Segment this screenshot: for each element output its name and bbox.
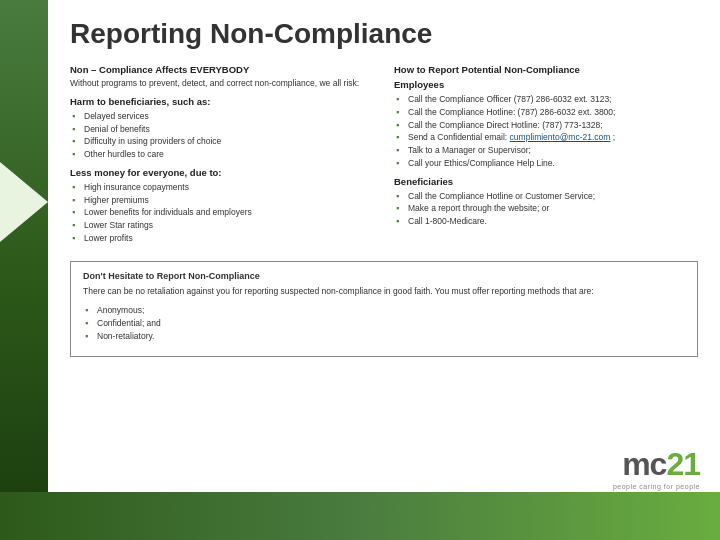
left-decorative-bar bbox=[0, 0, 48, 540]
list-item: Call the Compliance Hotline or Customer … bbox=[394, 190, 698, 203]
list-item: Call the Compliance Officer (787) 286-60… bbox=[394, 93, 698, 106]
employees-bullets-list: Call the Compliance Officer (787) 286-60… bbox=[394, 93, 698, 170]
right-column: How to Report Potential Non-Compliance E… bbox=[394, 64, 698, 251]
bottom-box-bullets: Anonymous; Confidential; and Non-retalia… bbox=[83, 304, 685, 342]
logo-num-text: 21 bbox=[666, 446, 700, 482]
logo-area: mc21 people caring for people bbox=[613, 446, 700, 490]
list-item: Anonymous; bbox=[83, 304, 685, 317]
list-item: Lower profits bbox=[70, 232, 374, 245]
list-item: Denial of benefits bbox=[70, 123, 374, 136]
less-money-bullets-list: High insurance copayments Higher premium… bbox=[70, 181, 374, 245]
list-item: Call 1-800-Medicare. bbox=[394, 215, 698, 228]
list-item: Call the Compliance Direct Hotline: (787… bbox=[394, 119, 698, 132]
page-title: Reporting Non-Compliance bbox=[70, 18, 698, 50]
list-item: Confidential; and bbox=[83, 317, 685, 330]
list-item: Call your Ethics/Compliance Help Line. bbox=[394, 157, 698, 170]
bottom-box-text: There can be no retaliation against you … bbox=[83, 286, 685, 298]
list-item: Non-retaliatory. bbox=[83, 330, 685, 343]
logo-mc-text: mc bbox=[622, 446, 666, 482]
bottom-decorative-bar bbox=[0, 492, 720, 540]
logo-tagline: people caring for people bbox=[613, 483, 700, 490]
list-item: Difficulty in using providers of choice bbox=[70, 135, 374, 148]
list-item: Call the Compliance Hotline: (787) 286-6… bbox=[394, 106, 698, 119]
noncompliance-affects-heading: Non – Compliance Affects EVERYBODY bbox=[70, 64, 374, 75]
list-item: Send a Confidential email: cumplimiento@… bbox=[394, 131, 698, 144]
beneficiaries-heading: Beneficiaries bbox=[394, 176, 698, 187]
harm-heading: Harm to beneficiaries, such as: bbox=[70, 96, 374, 107]
mc21-logo: mc21 bbox=[613, 446, 700, 483]
list-item: Higher premiums bbox=[70, 194, 374, 207]
content-grid: Non – Compliance Affects EVERYBODY Witho… bbox=[70, 64, 698, 251]
bottom-box-heading: Don't Hesitate to Report Non-Compliance bbox=[83, 270, 685, 284]
list-item: Make a report through the website; or bbox=[394, 202, 698, 215]
bottom-notice-box: Don't Hesitate to Report Non-Compliance … bbox=[70, 261, 698, 358]
list-item: Lower Star ratings bbox=[70, 219, 374, 232]
left-column: Non – Compliance Affects EVERYBODY Witho… bbox=[70, 64, 374, 251]
how-to-report-heading: How to Report Potential Non-Compliance bbox=[394, 64, 698, 75]
main-content: Reporting Non-Compliance Non – Complianc… bbox=[48, 0, 720, 492]
list-item: Other hurdles to care bbox=[70, 148, 374, 161]
employees-heading: Employees bbox=[394, 79, 698, 90]
list-item: Delayed services bbox=[70, 110, 374, 123]
list-item: Lower benefits for individuals and emplo… bbox=[70, 206, 374, 219]
harm-bullets-list: Delayed services Denial of benefits Diff… bbox=[70, 110, 374, 161]
less-money-heading: Less money for everyone, due to: bbox=[70, 167, 374, 178]
list-item: High insurance copayments bbox=[70, 181, 374, 194]
email-link[interactable]: cumplimiento@mc-21.com bbox=[510, 132, 611, 142]
noncompliance-affects-text: Without programs to prevent, detect, and… bbox=[70, 78, 374, 90]
beneficiaries-bullets-list: Call the Compliance Hotline or Customer … bbox=[394, 190, 698, 228]
list-item: Talk to a Manager or Supervisor; bbox=[394, 144, 698, 157]
